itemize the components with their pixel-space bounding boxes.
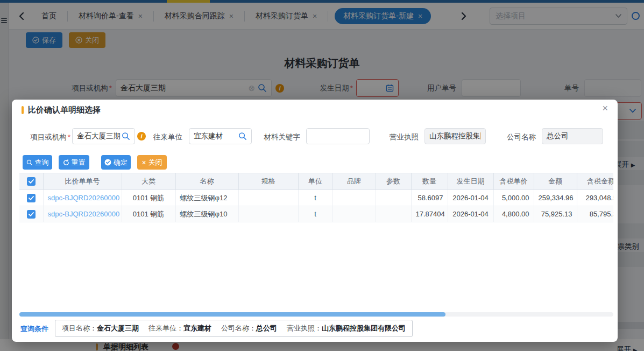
refresh-icon xyxy=(63,159,69,166)
comparison-order-link[interactable]: sdpc-BJQRD20260000 xyxy=(48,194,120,202)
cell-tax-amount: 85,795.39 xyxy=(577,206,613,222)
cell-unit: t xyxy=(298,190,332,206)
col-header: 含税金额 xyxy=(577,173,613,190)
search-icon[interactable] xyxy=(238,132,247,141)
table-row: sdpc-BJQRD20260000 0101 钢筋 螺纹三级钢φ10 t 17… xyxy=(19,206,613,222)
modal-keyword-field[interactable] xyxy=(306,128,370,144)
table-header-row: 比价单单号 大类 名称 规格 单位 品牌 参数 数量 发生日期 含税单价 金额 … xyxy=(19,173,613,190)
select-all-checkbox[interactable] xyxy=(27,177,36,186)
cell-category: 0101 钢筋 xyxy=(122,206,175,222)
comparison-order-link[interactable]: sdpc-BJQRD20260000 xyxy=(48,210,120,218)
cell-category: 0101 钢筋 xyxy=(122,190,175,206)
modal-project-field[interactable]: 金石大厦三期 xyxy=(72,128,135,144)
search-icon[interactable] xyxy=(122,132,130,141)
check-icon xyxy=(29,196,34,200)
col-header: 比价单单号 xyxy=(43,173,122,190)
modal-project-label: 项目或机构* xyxy=(23,132,70,142)
comparison-detail-table: 比价单单号 大类 名称 规格 单位 品牌 参数 数量 发生日期 含税单价 金额 … xyxy=(19,173,613,222)
cell-tax-amount: 293,048.50 xyxy=(577,190,613,206)
confirm-button[interactable]: 确定 xyxy=(101,155,131,170)
cell-qty: 58.6097 xyxy=(411,190,448,206)
row-checkbox[interactable] xyxy=(27,194,36,202)
cell-amount: 259,334.96 xyxy=(534,190,577,206)
col-header: 名称 xyxy=(175,173,238,190)
col-header: 金额 xyxy=(534,173,577,190)
cell-brand xyxy=(332,190,376,206)
modal-company-field: 总公司 xyxy=(542,128,603,144)
query-conditions-box: 项目名称：金石大厦三期 往来单位：宜东建材 公司名称：总公司 营业执照：山东鹏程… xyxy=(55,320,413,337)
col-header: 含税单价 xyxy=(493,173,534,190)
scrollbar-thumb[interactable] xyxy=(19,312,445,317)
check-icon xyxy=(29,179,34,184)
confirm-check-icon xyxy=(104,159,111,166)
cell-unit: t xyxy=(298,206,332,222)
price-comparison-modal: 比价确认单明细选择 × 项目或机构* 金石大厦三期 i 往来单位 宜东建材 材料… xyxy=(12,100,618,342)
cell-amount: 75,925.13 xyxy=(534,206,577,222)
cell-param xyxy=(376,206,411,222)
cell-name: 螺纹三级钢φ10 xyxy=(175,206,238,222)
modal-close-button[interactable]: × 关闭 xyxy=(137,155,167,170)
query-conditions-label: 查询条件 xyxy=(20,324,48,334)
modal-partner-value: 宜东建材 xyxy=(194,131,238,141)
modal-partner-field[interactable]: 宜东建材 xyxy=(189,128,252,144)
modal-company-value: 总公司 xyxy=(547,131,598,141)
col-header: 规格 xyxy=(238,173,298,190)
horizontal-scrollbar[interactable] xyxy=(19,312,613,317)
modal-close-icon[interactable]: × xyxy=(602,103,608,113)
cell-spec xyxy=(238,190,298,206)
modal-license-field: 山东鹏程控股集团有限公司 xyxy=(424,128,486,144)
query-button[interactable]: 查询 xyxy=(23,155,52,170)
col-header: 品牌 xyxy=(332,173,376,190)
modal-title-marker xyxy=(22,106,24,114)
col-header: 单位 xyxy=(298,173,332,190)
modal-title: 比价确认单明细选择 xyxy=(28,105,101,115)
cell-param xyxy=(376,190,411,206)
modal-license-label: 营业执照 xyxy=(385,132,419,142)
cell-name: 螺纹三级钢φ12 xyxy=(175,190,238,206)
condition-item: 营业执照：山东鹏程控股集团有限公司 xyxy=(287,324,406,333)
condition-item: 公司名称：总公司 xyxy=(221,324,277,333)
modal-license-value: 山东鹏程控股集团有限公司 xyxy=(429,131,481,141)
check-icon xyxy=(29,212,34,216)
cell-price: 4,800.00 xyxy=(493,206,534,222)
row-checkbox[interactable] xyxy=(27,210,36,219)
table-row: sdpc-BJQRD20260000 0101 钢筋 螺纹三级钢φ12 t 58… xyxy=(19,190,613,206)
cell-brand xyxy=(332,206,376,222)
cell-qty: 17.87404 xyxy=(411,206,448,222)
col-header: 发生日期 xyxy=(448,173,493,190)
cell-spec xyxy=(238,206,298,222)
checkbox-cell xyxy=(19,206,43,222)
select-all-cell xyxy=(19,173,43,190)
modal-company-label: 公司名称 xyxy=(503,132,536,142)
search-icon xyxy=(26,159,33,166)
checkbox-cell xyxy=(19,190,43,206)
reset-button[interactable]: 重置 xyxy=(59,155,89,170)
col-header: 参数 xyxy=(376,173,411,190)
screen: 首页 材料询价单-查看 × 材料采购合同跟踪 × 材料采购订货单 × 材料采购订… xyxy=(0,0,644,351)
condition-item: 项目名称：金石大厦三期 xyxy=(62,324,139,333)
info-icon[interactable]: i xyxy=(137,132,146,141)
modal-partner-label: 往来单位 xyxy=(149,132,182,142)
modal-keyword-label: 材料关键字 xyxy=(259,132,300,142)
condition-item: 往来单位：宜东建材 xyxy=(148,324,211,333)
col-header: 数量 xyxy=(411,173,448,190)
cell-date: 2026-01-04 xyxy=(448,190,493,206)
close-x-icon: × xyxy=(141,159,146,166)
cell-date: 2026-01-04 xyxy=(448,206,493,222)
cell-price: 5,000.00 xyxy=(493,190,534,206)
modal-project-value: 金石大厦三期 xyxy=(77,131,122,141)
col-header: 大类 xyxy=(122,173,175,190)
